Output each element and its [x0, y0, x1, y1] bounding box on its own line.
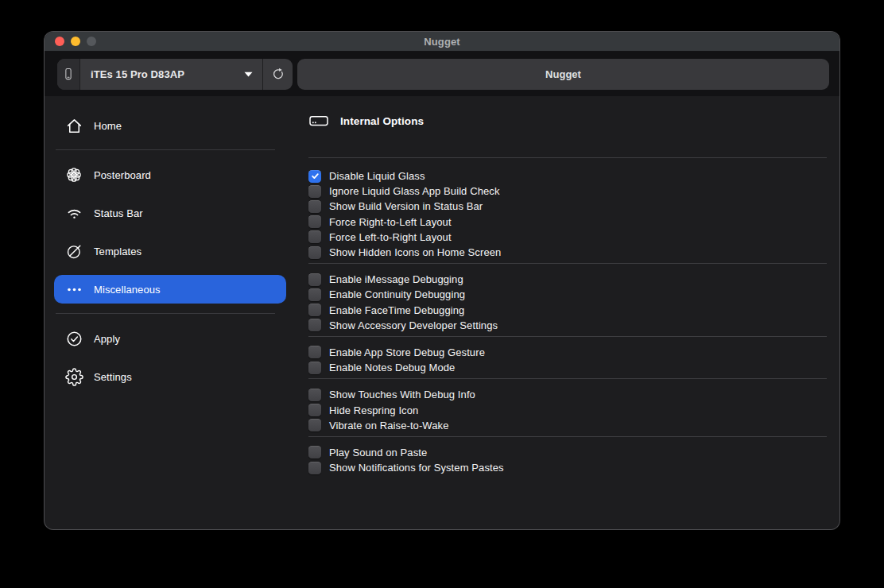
sidebar-item-miscellaneous[interactable]: Miscellaneous: [54, 275, 286, 304]
sidebar-nav: HomePosterboardStatus BarTemplatesMiscel…: [45, 96, 286, 529]
option-row[interactable]: Force Left-to-Right Layout: [308, 230, 827, 245]
sidebar-item-label: Settings: [94, 371, 132, 383]
option-row[interactable]: Force Right-to-Left Layout: [308, 215, 827, 230]
internal-drive-icon: [308, 112, 329, 130]
option-label: Force Right-to-Left Layout: [329, 216, 452, 228]
option-label: Enable iMessage Debugging: [329, 273, 463, 285]
option-row[interactable]: Play Sound on Paste: [308, 445, 827, 460]
option-label: Enable FaceTime Debugging: [329, 304, 464, 316]
option-label: Hide Respring Icon: [329, 404, 418, 416]
option-label: Show Hidden Icons on Home Screen: [329, 246, 501, 258]
sidebar-item-label: Home: [94, 120, 122, 132]
option-group: Show Touches With Debug InfoHide Resprin…: [308, 387, 827, 433]
checkbox-unchecked[interactable]: [308, 230, 321, 243]
option-row[interactable]: Enable Notes Debug Mode: [308, 360, 827, 375]
check-circle-icon: [64, 329, 84, 348]
checkbox-unchecked[interactable]: [308, 215, 321, 228]
phone-icon: [61, 65, 76, 83]
option-label: Show Build Version in Status Bar: [329, 200, 483, 212]
group-divider: [308, 378, 827, 379]
option-row[interactable]: Show Touches With Debug Info: [308, 387, 827, 402]
device-selector[interactable]: iTEs 15 Pro D83AP: [57, 59, 293, 90]
sidebar-item-label: Posterboard: [94, 169, 151, 181]
wifi-icon: [64, 203, 84, 222]
sidebar-item-status-bar[interactable]: Status Bar: [54, 199, 286, 227]
sidebar-item-home[interactable]: Home: [54, 111, 286, 140]
zoom-button[interactable]: [87, 37, 96, 46]
option-row[interactable]: Show Build Version in Status Bar: [308, 199, 827, 214]
sidebar-item-label: Status Bar: [94, 207, 143, 219]
checkbox-unchecked[interactable]: [308, 419, 321, 431]
titlebar[interactable]: Nugget: [45, 32, 839, 52]
close-button[interactable]: [55, 37, 64, 46]
checkbox-unchecked[interactable]: [308, 389, 321, 401]
option-group: Play Sound on PasteShow Notifications fo…: [308, 445, 827, 475]
option-row[interactable]: Vibrate on Raise-to-Wake: [308, 418, 827, 433]
checkbox-unchecked[interactable]: [308, 319, 321, 331]
checkbox-unchecked[interactable]: [308, 346, 321, 358]
home-icon: [64, 116, 84, 135]
option-group: Enable iMessage DebuggingEnable Continui…: [308, 272, 827, 333]
refresh-button[interactable]: [262, 59, 293, 90]
checkbox-unchecked[interactable]: [308, 185, 321, 198]
minimize-button[interactable]: [71, 37, 80, 46]
option-row[interactable]: Enable App Store Debug Gesture: [308, 345, 827, 360]
option-row[interactable]: Show Accessory Developer Settings: [308, 318, 827, 333]
window-title: Nugget: [424, 36, 459, 48]
sidebar-item-settings[interactable]: Settings: [54, 362, 286, 391]
option-row[interactable]: Enable Continuity Debugging: [308, 287, 827, 302]
option-label: Enable App Store Debug Gesture: [329, 346, 485, 358]
gear-icon: [64, 367, 84, 386]
option-label: Enable Notes Debug Mode: [329, 362, 455, 373]
option-row[interactable]: Enable iMessage Debugging: [308, 272, 827, 287]
group-divider: [308, 336, 827, 337]
checkbox-unchecked[interactable]: [308, 362, 321, 374]
sidebar-item-label: Apply: [94, 333, 120, 345]
sidebar-item-apply[interactable]: Apply: [54, 324, 286, 353]
option-row[interactable]: Show Notifications for System Pastes: [308, 460, 827, 475]
option-group: Disable Liquid GlassIgnore Liquid Glass …: [308, 168, 827, 260]
checkbox-unchecked[interactable]: [308, 404, 321, 416]
sidebar-divider: [56, 149, 275, 150]
option-label: Show Notifications for System Pastes: [329, 462, 504, 474]
option-label: Vibrate on Raise-to-Wake: [329, 420, 449, 431]
option-row[interactable]: Disable Liquid Glass: [308, 168, 827, 184]
option-label: Disable Liquid Glass: [329, 170, 425, 182]
toolbar-header: Nugget: [297, 59, 829, 90]
option-label: Show Accessory Developer Settings: [329, 319, 498, 331]
posterboard-icon: [64, 165, 84, 184]
group-divider: [308, 263, 827, 264]
device-dropdown[interactable]: iTEs 15 Pro D83AP: [80, 59, 262, 90]
option-row[interactable]: Ignore Liquid Glass App Build Check: [308, 184, 827, 199]
page-title: Internal Options: [340, 115, 424, 127]
sidebar-item-posterboard[interactable]: Posterboard: [54, 161, 286, 189]
checkbox-unchecked[interactable]: [308, 246, 321, 259]
device-icon-section: [57, 59, 80, 90]
content-header: Internal Options: [308, 111, 827, 130]
option-label: Play Sound on Paste: [329, 447, 427, 458]
checkbox-unchecked[interactable]: [308, 200, 321, 213]
traffic-lights: [55, 37, 96, 46]
sidebar-item-label: Miscellaneous: [94, 284, 161, 296]
option-label: Show Touches With Debug Info: [329, 389, 475, 400]
sidebar-item-templates[interactable]: Templates: [54, 237, 286, 265]
options-list: Disable Liquid GlassIgnore Liquid Glass …: [308, 158, 827, 475]
checkbox-unchecked[interactable]: [308, 446, 321, 458]
option-row[interactable]: Hide Respring Icon: [308, 402, 827, 417]
checkbox-unchecked[interactable]: [308, 288, 321, 301]
option-row[interactable]: Show Hidden Icons on Home Screen: [308, 245, 827, 260]
checkbox-unchecked[interactable]: [308, 273, 321, 286]
templates-icon: [64, 242, 84, 261]
refresh-icon: [270, 66, 286, 82]
device-name: iTEs 15 Pro D83AP: [91, 68, 184, 80]
chevron-down-icon: [244, 72, 253, 77]
checkbox-unchecked[interactable]: [308, 462, 321, 474]
option-row[interactable]: Enable FaceTime Debugging: [308, 303, 827, 318]
checkbox-unchecked[interactable]: [308, 304, 321, 316]
main-area: HomePosterboardStatus BarTemplatesMiscel…: [45, 96, 839, 529]
ellipsis-icon: [64, 280, 84, 299]
option-label: Force Left-to-Right Layout: [329, 231, 452, 243]
checkbox-checked[interactable]: [308, 170, 321, 183]
group-divider: [308, 436, 827, 437]
toolbar-header-title: Nugget: [545, 68, 581, 80]
